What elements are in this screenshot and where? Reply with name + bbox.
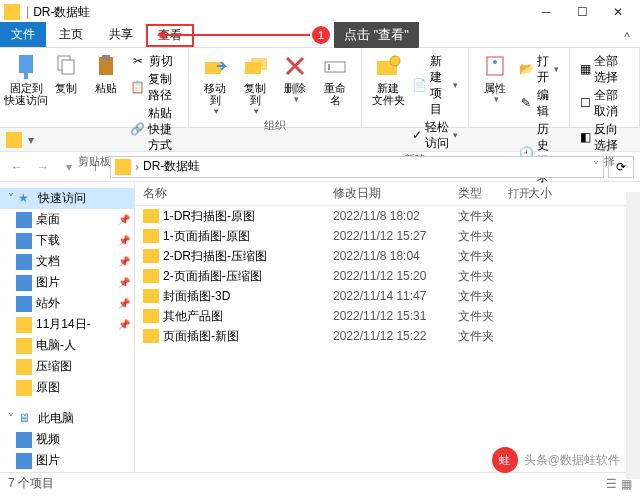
close-button[interactable]: ✕ [600, 0, 636, 24]
svg-rect-9 [325, 62, 345, 72]
folder-icon [16, 296, 32, 312]
svg-rect-8 [251, 58, 267, 70]
sidebar-item-label: 桌面 [36, 211, 60, 228]
annotation-badge: 1 [312, 26, 330, 44]
new-folder-button[interactable]: 新建 文件夹 [368, 50, 408, 108]
sidebar-item[interactable]: 原图 [0, 377, 134, 398]
copyto-icon [241, 52, 269, 80]
recent-button[interactable]: ▾ [58, 156, 80, 178]
select-none-button[interactable]: ☐全部取消 [576, 86, 633, 120]
rename-button[interactable]: 重命名 [315, 50, 355, 108]
annotation-arrow [160, 34, 310, 36]
table-row[interactable]: 页面插图-新图2022/11/12 15:22文件夹 [135, 326, 640, 346]
delete-button[interactable]: 删除 [275, 50, 315, 106]
properties-button[interactable]: 属性 [475, 50, 515, 106]
column-headers[interactable]: 名称 修改日期 类型 大小 [135, 182, 640, 206]
vertical-scrollbar[interactable] [626, 192, 640, 479]
table-row[interactable]: 1-DR扫描图-原图2022/11/8 18:02文件夹 [135, 206, 640, 226]
props-icon [481, 52, 509, 80]
forward-button[interactable]: → [32, 156, 54, 178]
sidebar-item[interactable]: 11月14日-📌 [0, 314, 134, 335]
up-button[interactable]: ↑ [84, 156, 106, 178]
content-area: 名称 修改日期 类型 大小 1-DR扫描图-原图2022/11/8 18:02文… [135, 182, 640, 472]
sidebar-item[interactable]: 下载📌 [0, 230, 134, 251]
title-sep: | [26, 5, 29, 19]
minimize-button[interactable]: ─ [528, 0, 564, 24]
crumb-dropdown-icon[interactable]: ˅ [593, 160, 599, 174]
details-view-icon[interactable]: ☰ [606, 477, 617, 491]
select-all-button[interactable]: ▦全部选择 [576, 52, 633, 86]
sidebar-this-pc[interactable]: ˅ 🖥 此电脑 [0, 408, 134, 429]
sidebar-item[interactable]: 图片 [0, 450, 134, 471]
file-name: 1-DR扫描图-原图 [163, 208, 255, 225]
sidebar-item-label: 11月14日- [36, 316, 91, 333]
table-row[interactable]: 2-DR扫描图-压缩图2022/11/8 18:04文件夹 [135, 246, 640, 266]
tab-share[interactable]: 共享 [96, 22, 146, 47]
breadcrumb[interactable]: › DR-数据蛙 ˅ [110, 156, 604, 178]
file-list[interactable]: 1-DR扫描图-原图2022/11/8 18:02文件夹1-页面插图-原图202… [135, 206, 640, 346]
cut-button[interactable]: ✂剪切 [126, 52, 182, 70]
file-name: 页面插图-新图 [163, 328, 239, 345]
ribbon: 固定到 快速访问 复制 粘贴 ✂剪切 📋复制路径 🔗粘贴快捷方式 剪贴板 移动到… [0, 48, 640, 128]
file-type: 文件夹 [450, 208, 520, 225]
col-name[interactable]: 名称 [135, 185, 325, 202]
chevron-down-icon: ˅ [8, 412, 14, 426]
newfolder-icon [374, 52, 402, 80]
selectnone-icon: ☐ [580, 95, 592, 111]
paste-shortcut-button[interactable]: 🔗粘贴快捷方式 [126, 104, 182, 154]
folder-icon [143, 229, 159, 243]
table-row[interactable]: 封面插图-3D2022/11/14 11:47文件夹 [135, 286, 640, 306]
new-item-button[interactable]: 📄新建项目 [408, 52, 462, 118]
sidebar-item[interactable]: 文档📌 [0, 251, 134, 272]
sidebar-item[interactable]: 图片📌 [0, 272, 134, 293]
svg-rect-0 [19, 55, 33, 73]
refresh-button[interactable]: ⟳ [608, 156, 634, 178]
col-date[interactable]: 修改日期 [325, 185, 450, 202]
sidebar-item[interactable]: 站外📌 [0, 293, 134, 314]
copy-path-button[interactable]: 📋复制路径 [126, 70, 182, 104]
tab-home[interactable]: 主页 [46, 22, 96, 47]
invert-selection-button[interactable]: ◧反向选择 [576, 120, 633, 154]
sidebar[interactable]: ˅ ★ 快速访问 桌面📌下载📌文档📌图片📌站外📌11月14日-📌电脑-人压缩图原… [0, 182, 135, 472]
sidebar-item[interactable]: 电脑-人 [0, 335, 134, 356]
sidebar-item[interactable]: 视频 [0, 429, 134, 450]
pc-icon: 🖥 [18, 411, 34, 427]
ribbon-toggle-icon[interactable]: ^ [614, 27, 640, 47]
sidebar-quick-access[interactable]: ˅ ★ 快速访问 [0, 188, 134, 209]
easy-access-button[interactable]: ✓轻松访问 [408, 118, 462, 152]
table-row[interactable]: 1-页面插图-原图2022/11/12 15:27文件夹 [135, 226, 640, 246]
copy-button[interactable]: 复制 [46, 50, 86, 96]
file-date: 2022/11/12 15:31 [325, 309, 450, 323]
tab-file[interactable]: 文件 [0, 22, 46, 47]
col-size[interactable]: 大小 [520, 185, 640, 202]
pin-quickaccess-button[interactable]: 固定到 快速访问 [6, 50, 46, 108]
paste-button[interactable]: 粘贴 [86, 50, 126, 96]
crumb-chevron-icon[interactable]: › [135, 160, 139, 174]
edit-button[interactable]: ✎编辑 [515, 86, 563, 120]
col-type[interactable]: 类型 [450, 185, 520, 202]
sidebar-item-label: 电脑-人 [36, 337, 76, 354]
folder-icon [143, 209, 159, 223]
sidebar-item[interactable]: 文档 [0, 471, 134, 472]
move-to-button[interactable]: 移动到 [195, 50, 235, 118]
file-date: 2022/11/8 18:04 [325, 249, 450, 263]
svg-rect-6 [205, 62, 221, 74]
table-row[interactable]: 其他产品图2022/11/12 15:31文件夹 [135, 306, 640, 326]
pin-icon: 📌 [118, 235, 130, 246]
folder-icon [16, 275, 32, 291]
quick-chevron-icon[interactable]: ▾ [28, 133, 34, 147]
back-button[interactable]: ← [6, 156, 28, 178]
paste-icon [92, 52, 120, 80]
folder-icon [16, 359, 32, 375]
sidebar-item[interactable]: 压缩图 [0, 356, 134, 377]
table-row[interactable]: 2-页面插图-压缩图2022/11/12 15:20文件夹 [135, 266, 640, 286]
crumb-path[interactable]: DR-数据蛙 [143, 158, 200, 175]
open-button[interactable]: 📂打开 [515, 52, 563, 86]
file-date: 2022/11/12 15:22 [325, 329, 450, 343]
copy-to-button[interactable]: 复制到 [235, 50, 275, 118]
maximize-button[interactable]: ☐ [564, 0, 600, 24]
file-type: 文件夹 [450, 308, 520, 325]
annotation: 1 点击 "查看" [160, 22, 419, 48]
sidebar-item[interactable]: 桌面📌 [0, 209, 134, 230]
star-icon: ★ [18, 191, 34, 207]
